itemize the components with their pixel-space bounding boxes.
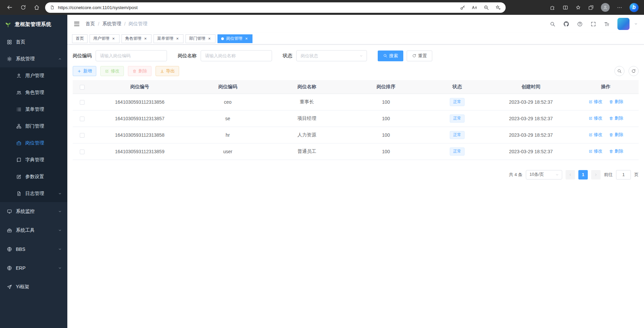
sidebar-item-yi-framework[interactable]: Yi框架 (0, 277, 67, 296)
post-name-input[interactable] (201, 50, 272, 61)
status-select[interactable]: 岗位状态 (296, 50, 367, 61)
url-text[interactable]: https://ccnetcore.com:1101/system/post (58, 5, 456, 10)
sidebar: 意框架管理系统 首页 系统管理 用户管理 角色管理 (0, 15, 67, 328)
row-delete-link[interactable]: 删除 (609, 115, 623, 121)
select-all-checkbox[interactable] (80, 85, 84, 90)
tab-role-management[interactable]: 角色管理 × (122, 34, 151, 43)
tab-close-icon[interactable]: × (207, 36, 212, 41)
edit-icon (588, 149, 593, 154)
sidebar-item-system-management[interactable]: 系统管理 (0, 51, 67, 67)
page-size-select[interactable]: 10条/页 (526, 170, 562, 179)
sidebar-item-dict-management[interactable]: 字典管理 (0, 152, 67, 168)
sidebar-item-role-management[interactable]: 角色管理 (0, 84, 67, 101)
search-button[interactable]: 搜索 (378, 51, 403, 61)
favorites-icon[interactable] (575, 5, 581, 10)
address-bar[interactable]: https://ccnetcore.com:1101/system/post (45, 2, 506, 13)
collections-icon[interactable] (588, 5, 594, 10)
post-code-input[interactable] (96, 50, 167, 61)
browser-menu-icon[interactable] (617, 5, 622, 10)
fullscreen-icon[interactable] (590, 21, 596, 27)
toolbox-icon (7, 228, 12, 233)
row-checkbox[interactable] (80, 150, 84, 154)
row-delete-link[interactable]: 删除 (609, 99, 623, 105)
table-refresh-button[interactable] (629, 66, 639, 76)
zoom-out-icon[interactable] (483, 5, 489, 10)
sidebar-item-user-management[interactable]: 用户管理 (0, 67, 67, 84)
post-name-cell: 普通员工 (267, 143, 346, 160)
sidebar-item-system-monitor[interactable]: 系统监控 (0, 202, 67, 221)
sidebar-item-post-management[interactable]: 岗位管理 (0, 135, 67, 152)
column-header-actions: 操作 (573, 80, 639, 94)
site-info-icon[interactable] (50, 5, 55, 10)
row-edit-link[interactable]: 修改 (588, 132, 603, 138)
github-icon[interactable] (563, 21, 569, 27)
prev-page-button[interactable] (566, 170, 575, 179)
row-delete-link[interactable]: 删除 (609, 148, 623, 154)
user-avatar[interactable] (617, 18, 630, 30)
browser-refresh-button[interactable] (18, 2, 29, 13)
globe-icon (7, 247, 12, 252)
chevron-right-icon (594, 173, 598, 177)
split-screen-icon[interactable] (563, 5, 568, 10)
sidebar-item-home[interactable]: 首页 (0, 34, 67, 51)
post-code-cell: ceo (188, 94, 267, 110)
header-search-icon[interactable] (550, 21, 555, 27)
breadcrumb-home[interactable]: 首页 (86, 21, 95, 27)
export-button[interactable]: 导出 (156, 66, 179, 76)
breadcrumb-system[interactable]: 系统管理 (102, 21, 121, 27)
row-checkbox[interactable] (80, 100, 84, 105)
add-button[interactable]: 新增 (73, 66, 96, 76)
tab-close-icon[interactable]: × (143, 36, 148, 41)
browser-back-button[interactable] (4, 2, 15, 13)
row-checkbox[interactable] (80, 117, 84, 121)
sidebar-collapse-icon[interactable] (73, 21, 80, 27)
reset-button[interactable]: 重置 (407, 51, 432, 61)
next-page-button[interactable] (591, 170, 601, 179)
edit-icon (588, 100, 593, 104)
read-aloud-icon[interactable] (472, 5, 477, 10)
edit-button[interactable]: 修改 (100, 66, 124, 76)
avatar-dropdown-icon[interactable] (634, 22, 638, 26)
browser-profile-avatar[interactable] (601, 3, 610, 12)
password-key-icon[interactable] (460, 5, 466, 10)
search-icon (617, 69, 622, 73)
row-edit-link[interactable]: 修改 (588, 148, 603, 154)
sidebar-item-menu-management[interactable]: 菜单管理 (0, 101, 67, 118)
created-cell: 2023-03-29 18:52:37 (489, 94, 573, 110)
tab-menu-management[interactable]: 菜单管理 × (154, 34, 183, 43)
row-edit-link[interactable]: 修改 (588, 99, 603, 105)
sidebar-item-dept-management[interactable]: 部门管理 (0, 118, 67, 135)
tab-post-management[interactable]: 岗位管理 × (217, 34, 252, 43)
row-edit-link[interactable]: 修改 (588, 115, 603, 121)
select-all-cell (73, 80, 91, 94)
browser-home-button[interactable] (31, 2, 42, 13)
sidebar-item-param-settings[interactable]: 参数设置 (0, 168, 67, 185)
tab-close-icon[interactable]: × (175, 36, 180, 41)
tab-close-icon[interactable]: × (111, 36, 116, 41)
app-logo[interactable]: 意框架管理系统 (0, 15, 67, 34)
goto-page-input[interactable] (616, 170, 631, 179)
tab-dept-management[interactable]: 部门管理 × (185, 34, 215, 43)
delete-button[interactable]: 删除 (128, 66, 151, 76)
font-size-icon[interactable] (604, 21, 610, 27)
sidebar-item-bbs[interactable]: BBS (0, 240, 67, 259)
status-cell: 正常 (426, 110, 489, 127)
sidebar-item-log-management[interactable]: 日志管理 (0, 185, 67, 202)
sidebar-item-erp[interactable]: ERP (0, 259, 67, 277)
tab-home[interactable]: 首页 (72, 34, 88, 43)
sidebar-item-system-tools[interactable]: 系统工具 (0, 221, 67, 240)
bing-icon[interactable]: b (630, 3, 639, 12)
tab-user-management[interactable]: 用户管理 × (90, 34, 120, 43)
checkbox-cell (73, 127, 91, 143)
favorites-add-icon[interactable] (495, 5, 501, 10)
page-number-1[interactable]: 1 (578, 170, 588, 179)
tab-close-icon[interactable]: × (244, 36, 249, 41)
help-icon[interactable] (577, 21, 583, 27)
breadcrumb-separator: / (124, 21, 126, 27)
row-checkbox[interactable] (80, 133, 84, 138)
checkbox-cell (73, 143, 91, 160)
toggle-search-button[interactable] (614, 66, 624, 76)
row-delete-link[interactable]: 删除 (609, 132, 623, 138)
extensions-icon[interactable] (550, 5, 555, 10)
sidebar-item-label: 部门管理 (25, 123, 44, 129)
